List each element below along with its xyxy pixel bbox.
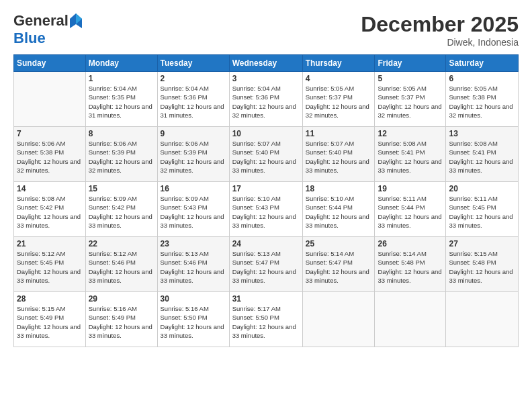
day-number: 1	[89, 74, 154, 83]
table-row: 13Sunrise: 5:08 AM Sunset: 5:41 PM Dayli…	[446, 127, 519, 182]
day-info: Sunrise: 5:06 AM Sunset: 5:38 PM Dayligh…	[17, 139, 83, 175]
table-row: 31Sunrise: 5:17 AM Sunset: 5:50 PM Dayli…	[229, 292, 302, 347]
header-tuesday: Tuesday	[157, 55, 229, 72]
day-number: 11	[306, 129, 372, 138]
logo-blue: Blue	[13, 30, 46, 46]
table-row: 14Sunrise: 5:08 AM Sunset: 5:42 PM Dayli…	[14, 182, 86, 237]
day-info: Sunrise: 5:10 AM Sunset: 5:43 PM Dayligh…	[232, 194, 300, 230]
table-row: 3Sunrise: 5:04 AM Sunset: 5:36 PM Daylig…	[229, 72, 302, 127]
day-info: Sunrise: 5:11 AM Sunset: 5:45 PM Dayligh…	[449, 194, 515, 230]
table-row	[302, 292, 375, 347]
day-info: Sunrise: 5:13 AM Sunset: 5:46 PM Dayligh…	[161, 249, 226, 285]
day-info: Sunrise: 5:14 AM Sunset: 5:47 PM Dayligh…	[306, 249, 372, 285]
table-row: 16Sunrise: 5:09 AM Sunset: 5:43 PM Dayli…	[157, 182, 229, 237]
day-info: Sunrise: 5:07 AM Sunset: 5:40 PM Dayligh…	[232, 139, 300, 175]
day-number: 8	[89, 129, 154, 138]
day-info: Sunrise: 5:06 AM Sunset: 5:39 PM Dayligh…	[161, 139, 226, 175]
day-info: Sunrise: 5:04 AM Sunset: 5:36 PM Dayligh…	[232, 84, 300, 120]
week-row-3: 21Sunrise: 5:12 AM Sunset: 5:45 PM Dayli…	[14, 237, 519, 292]
day-info: Sunrise: 5:11 AM Sunset: 5:44 PM Dayligh…	[378, 194, 443, 230]
logo-general: General	[13, 12, 69, 30]
header-thursday: Thursday	[302, 55, 375, 72]
table-row: 18Sunrise: 5:10 AM Sunset: 5:44 PM Dayli…	[302, 182, 375, 237]
day-info: Sunrise: 5:12 AM Sunset: 5:45 PM Dayligh…	[17, 249, 83, 285]
header: General Blue December 2025 Diwek, Indone…	[13, 12, 519, 48]
table-row: 29Sunrise: 5:16 AM Sunset: 5:49 PM Dayli…	[85, 292, 157, 347]
table-row: 9Sunrise: 5:06 AM Sunset: 5:39 PM Daylig…	[157, 127, 229, 182]
table-row: 20Sunrise: 5:11 AM Sunset: 5:45 PM Dayli…	[446, 182, 519, 237]
day-info: Sunrise: 5:05 AM Sunset: 5:37 PM Dayligh…	[378, 84, 443, 120]
header-wednesday: Wednesday	[229, 55, 302, 72]
day-number: 18	[306, 184, 372, 193]
day-number: 19	[378, 184, 443, 193]
table-row	[375, 292, 446, 347]
day-number: 3	[232, 74, 300, 83]
table-row: 8Sunrise: 5:06 AM Sunset: 5:39 PM Daylig…	[85, 127, 157, 182]
day-info: Sunrise: 5:13 AM Sunset: 5:47 PM Dayligh…	[232, 249, 300, 285]
day-number: 2	[161, 74, 226, 83]
day-info: Sunrise: 5:08 AM Sunset: 5:41 PM Dayligh…	[449, 139, 515, 175]
day-number: 28	[17, 294, 83, 304]
day-info: Sunrise: 5:07 AM Sunset: 5:40 PM Dayligh…	[306, 139, 372, 175]
day-number: 9	[161, 129, 226, 138]
day-number: 17	[232, 184, 300, 193]
day-number: 26	[378, 239, 443, 248]
day-info: Sunrise: 5:08 AM Sunset: 5:41 PM Dayligh…	[378, 139, 443, 175]
table-row: 28Sunrise: 5:15 AM Sunset: 5:49 PM Dayli…	[14, 292, 86, 347]
day-number: 12	[378, 129, 443, 138]
table-row: 11Sunrise: 5:07 AM Sunset: 5:40 PM Dayli…	[302, 127, 375, 182]
table-row: 27Sunrise: 5:15 AM Sunset: 5:48 PM Dayli…	[446, 237, 519, 292]
day-info: Sunrise: 5:05 AM Sunset: 5:37 PM Dayligh…	[306, 84, 372, 120]
table-row: 22Sunrise: 5:12 AM Sunset: 5:46 PM Dayli…	[85, 237, 157, 292]
day-info: Sunrise: 5:10 AM Sunset: 5:44 PM Dayligh…	[306, 194, 372, 230]
day-number: 7	[17, 129, 83, 138]
logo: General Blue	[13, 12, 82, 47]
day-number: 13	[449, 129, 515, 138]
calendar-table: Sunday Monday Tuesday Wednesday Thursday…	[13, 54, 519, 347]
week-row-1: 7Sunrise: 5:06 AM Sunset: 5:38 PM Daylig…	[14, 127, 519, 182]
day-number: 23	[161, 239, 226, 248]
table-row: 30Sunrise: 5:16 AM Sunset: 5:50 PM Dayli…	[157, 292, 229, 347]
day-info: Sunrise: 5:17 AM Sunset: 5:50 PM Dayligh…	[232, 304, 300, 340]
day-info: Sunrise: 5:12 AM Sunset: 5:46 PM Dayligh…	[89, 249, 154, 285]
week-row-0: 1Sunrise: 5:04 AM Sunset: 5:35 PM Daylig…	[14, 72, 519, 127]
page: General Blue December 2025 Diwek, Indone…	[0, 0, 532, 411]
month-title: December 2025	[361, 12, 519, 37]
day-number: 5	[378, 74, 443, 83]
day-info: Sunrise: 5:15 AM Sunset: 5:49 PM Dayligh…	[17, 304, 83, 340]
day-number: 24	[232, 239, 300, 248]
table-row	[14, 72, 86, 127]
table-row: 26Sunrise: 5:14 AM Sunset: 5:48 PM Dayli…	[375, 237, 446, 292]
day-info: Sunrise: 5:14 AM Sunset: 5:48 PM Dayligh…	[378, 249, 443, 285]
day-info: Sunrise: 5:06 AM Sunset: 5:39 PM Dayligh…	[89, 139, 154, 175]
day-number: 6	[449, 74, 515, 83]
table-row: 19Sunrise: 5:11 AM Sunset: 5:44 PM Dayli…	[375, 182, 446, 237]
table-row: 24Sunrise: 5:13 AM Sunset: 5:47 PM Dayli…	[229, 237, 302, 292]
header-saturday: Saturday	[446, 55, 519, 72]
day-number: 10	[232, 129, 300, 138]
table-row: 2Sunrise: 5:04 AM Sunset: 5:36 PM Daylig…	[157, 72, 229, 127]
header-friday: Friday	[375, 55, 446, 72]
day-number: 16	[161, 184, 226, 193]
day-number: 20	[449, 184, 515, 193]
day-info: Sunrise: 5:16 AM Sunset: 5:49 PM Dayligh…	[89, 304, 154, 340]
day-number: 25	[306, 239, 372, 248]
table-row: 5Sunrise: 5:05 AM Sunset: 5:37 PM Daylig…	[375, 72, 446, 127]
day-info: Sunrise: 5:04 AM Sunset: 5:35 PM Dayligh…	[89, 84, 154, 120]
day-number: 21	[17, 239, 83, 248]
table-row: 25Sunrise: 5:14 AM Sunset: 5:47 PM Dayli…	[302, 237, 375, 292]
day-info: Sunrise: 5:09 AM Sunset: 5:42 PM Dayligh…	[89, 194, 154, 230]
table-row: 4Sunrise: 5:05 AM Sunset: 5:37 PM Daylig…	[302, 72, 375, 127]
table-row: 12Sunrise: 5:08 AM Sunset: 5:41 PM Dayli…	[375, 127, 446, 182]
table-row: 6Sunrise: 5:05 AM Sunset: 5:38 PM Daylig…	[446, 72, 519, 127]
table-row: 7Sunrise: 5:06 AM Sunset: 5:38 PM Daylig…	[14, 127, 86, 182]
header-monday: Monday	[85, 55, 157, 72]
table-row: 21Sunrise: 5:12 AM Sunset: 5:45 PM Dayli…	[14, 237, 86, 292]
table-row: 23Sunrise: 5:13 AM Sunset: 5:46 PM Dayli…	[157, 237, 229, 292]
day-info: Sunrise: 5:04 AM Sunset: 5:36 PM Dayligh…	[161, 84, 226, 120]
title-area: December 2025 Diwek, Indonesia	[361, 12, 519, 48]
location-subtitle: Diwek, Indonesia	[361, 37, 519, 48]
table-row	[446, 292, 519, 347]
day-number: 15	[89, 184, 154, 193]
day-number: 22	[89, 239, 154, 248]
